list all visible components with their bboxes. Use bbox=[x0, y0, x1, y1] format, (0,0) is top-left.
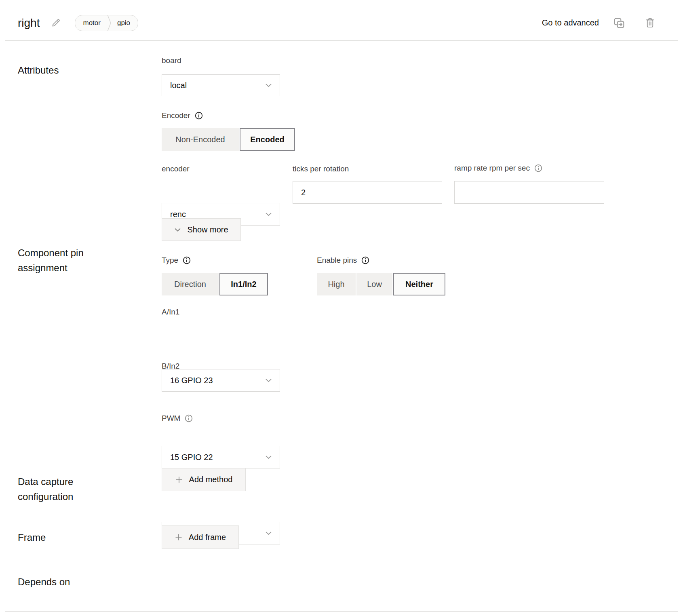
encoder-select-value: renc bbox=[170, 210, 186, 219]
plus-icon bbox=[175, 533, 183, 541]
info-icon[interactable] bbox=[185, 414, 193, 422]
section-label-data-capture: Data capture configuration bbox=[18, 474, 131, 504]
chevron-down-icon bbox=[174, 228, 181, 232]
encoder-label: encoder bbox=[162, 165, 190, 173]
encoder-toggle-label: Encoder bbox=[162, 111, 203, 120]
plus-icon bbox=[175, 476, 183, 484]
page: { "header": { "title": "right", "badge":… bbox=[0, 0, 683, 616]
info-icon[interactable] bbox=[534, 164, 542, 172]
component-type-badge: motor gpio bbox=[75, 15, 138, 31]
enable-pins-toggle: High Low Neither bbox=[317, 273, 445, 295]
section-label-attributes: Attributes bbox=[18, 63, 131, 78]
type-toggle: Direction In1/In2 bbox=[162, 273, 268, 295]
add-method-button[interactable]: Add method bbox=[162, 468, 246, 491]
rename-button[interactable] bbox=[51, 18, 61, 28]
section-label-depends-on: Depends on bbox=[18, 574, 131, 589]
show-more-button[interactable]: Show more bbox=[162, 218, 241, 241]
ticks-per-rotation-label: ticks per rotation bbox=[293, 165, 349, 173]
board-select-value: local bbox=[170, 81, 187, 90]
toggle-option-in1in2[interactable]: In1/In2 bbox=[219, 273, 268, 295]
component-config-card: right motor gpio Go to advanced bbox=[5, 5, 678, 612]
encoder-toggle: Non-Encoded Encoded bbox=[162, 128, 295, 151]
chevron-down-icon bbox=[265, 212, 272, 217]
badge-divider bbox=[107, 15, 112, 31]
board-label: board bbox=[162, 56, 181, 65]
pwm-label: PWM bbox=[162, 414, 193, 423]
delete-button[interactable] bbox=[645, 17, 655, 28]
card-header: right motor gpio Go to advanced bbox=[5, 5, 678, 41]
toggle-option-encoded[interactable]: Encoded bbox=[240, 128, 295, 151]
ticks-per-rotation-input[interactable] bbox=[293, 181, 442, 204]
add-method-label: Add method bbox=[189, 475, 233, 484]
section-label-component-pin-assignment: Component pin assignment bbox=[18, 245, 131, 275]
chevron-down-icon bbox=[265, 83, 272, 88]
info-icon[interactable] bbox=[183, 256, 191, 264]
badge-type: motor bbox=[75, 15, 107, 31]
b-in2-select-value: 15 GPIO 22 bbox=[170, 453, 213, 462]
info-icon[interactable] bbox=[195, 112, 203, 120]
b-in2-select[interactable]: 15 GPIO 22 bbox=[162, 446, 280, 468]
ramp-rate-field bbox=[454, 181, 604, 204]
toggle-option-low[interactable]: Low bbox=[356, 273, 392, 295]
type-label: Type bbox=[162, 256, 191, 265]
enable-pins-label: Enable pins bbox=[317, 256, 369, 265]
header-actions: Go to advanced bbox=[542, 17, 655, 29]
chevron-down-icon bbox=[265, 378, 272, 383]
badge-model: gpio bbox=[112, 15, 138, 31]
a-in1-select-value: 16 GPIO 23 bbox=[170, 376, 213, 385]
toggle-option-non-encoded[interactable]: Non-Encoded bbox=[162, 128, 239, 151]
b-in2-label: B/In2 bbox=[162, 362, 179, 371]
chevron-down-icon bbox=[265, 455, 272, 460]
section-label-frame: Frame bbox=[18, 530, 131, 545]
toggle-option-neither[interactable]: Neither bbox=[393, 273, 445, 295]
go-to-advanced-link[interactable]: Go to advanced bbox=[542, 18, 599, 27]
duplicate-icon bbox=[613, 17, 625, 29]
add-frame-button[interactable]: Add frame bbox=[162, 525, 239, 549]
component-name: right bbox=[18, 17, 40, 30]
pencil-icon bbox=[51, 18, 61, 28]
trash-icon bbox=[645, 17, 655, 28]
toggle-option-direction[interactable]: Direction bbox=[162, 273, 219, 295]
ramp-rate-input[interactable] bbox=[454, 181, 604, 204]
a-in1-label: A/In1 bbox=[162, 308, 179, 316]
a-in1-select[interactable]: 16 GPIO 23 bbox=[162, 369, 280, 392]
ticks-per-rotation-field bbox=[293, 181, 442, 204]
board-select[interactable]: local bbox=[162, 74, 280, 96]
toggle-option-high[interactable]: High bbox=[317, 273, 356, 295]
chevron-down-icon bbox=[265, 531, 272, 536]
show-more-label: Show more bbox=[187, 225, 228, 234]
duplicate-button[interactable] bbox=[613, 17, 625, 29]
add-frame-label: Add frame bbox=[189, 533, 226, 542]
ramp-rate-label: ramp rate rpm per sec bbox=[454, 164, 542, 173]
info-icon[interactable] bbox=[361, 256, 369, 264]
